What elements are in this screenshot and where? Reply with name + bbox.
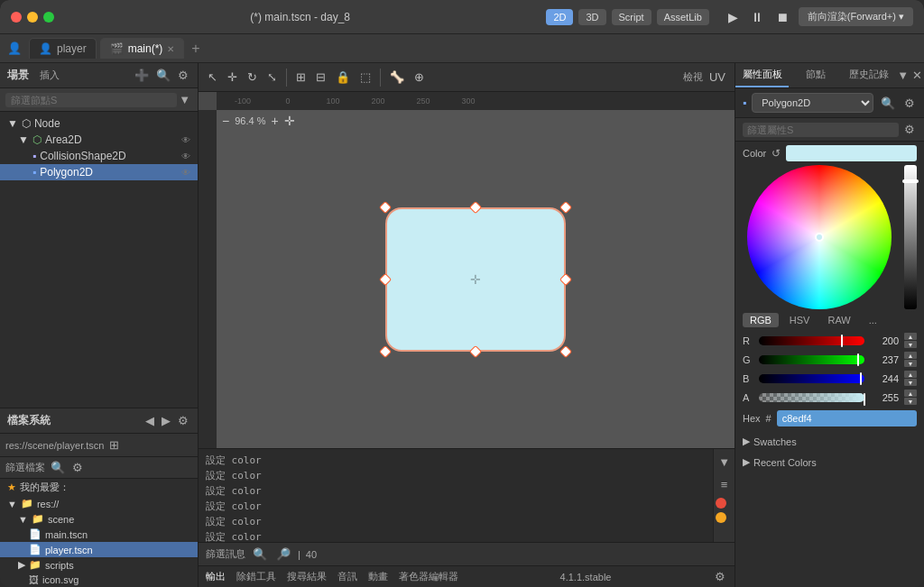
tool-snap[interactable]: ⊞ [292,69,310,86]
tool-lock[interactable]: 🔒 [332,69,354,86]
zoom-out-button[interactable]: − [222,114,229,128]
filter-messages-btn[interactable]: 🔍 [251,546,269,563]
a-decrement[interactable]: ▼ [904,398,917,405]
panel-actions-btn[interactable]: ▼ [895,63,910,87]
console-tab-0[interactable]: 輸出 [206,570,226,583]
rgb-tab[interactable]: RGB [743,313,779,327]
scene-settings-button[interactable]: ⚙ [176,67,190,84]
file-scripts-folder[interactable]: ▶ 📁 scripts [0,557,198,573]
file-res[interactable]: ▼ 📁 res:// [0,496,198,511]
tree-area2d[interactable]: ▼ ⬡ Area2D 👁 [0,132,198,148]
scene-filter-icon[interactable]: ▼ [177,91,192,108]
hex-input[interactable] [777,410,917,426]
play-button[interactable]: ▶ [724,8,743,26]
polygon-visibility-icon[interactable]: 👁 [181,168,190,178]
a-slider-container[interactable] [759,391,864,404]
b-slider-container[interactable] [759,372,864,385]
console-tab-3[interactable]: 音訊 [337,570,357,583]
brightness-strip[interactable] [904,165,917,309]
g-slider-container[interactable] [759,353,864,366]
insert-label[interactable]: 插入 [40,69,60,82]
tool-scale[interactable]: ⤡ [263,69,281,86]
node-type-settings[interactable]: ⚙ [902,95,917,112]
stop-button[interactable]: ⏹ [772,8,793,26]
scene-filter-input[interactable] [5,93,177,107]
tool-bone[interactable]: 🦴 [386,69,408,86]
console-tab-1[interactable]: 除錯工具 [236,570,276,583]
mode-3d-button[interactable]: 3D [578,9,605,25]
maximize-button[interactable] [43,12,54,23]
node-type-search[interactable]: 🔍 [879,95,897,112]
brightness-handle[interactable] [902,179,919,183]
hsv-tab[interactable]: HSV [782,313,818,327]
prop-filter-input[interactable] [743,123,899,137]
r-slider-container[interactable] [759,335,864,347]
scene-search-button[interactable]: 🔍 [154,67,172,84]
g-decrement[interactable]: ▼ [904,360,917,367]
add-node-viewport[interactable]: ✛ [284,114,295,128]
viewport[interactable]: -100 0 100 200 250 300 − 96.4 % + ✛ [199,92,735,448]
filesystem-settings[interactable]: ⚙ [176,412,190,429]
recent-colors-section[interactable]: ▶ Recent Colors [735,453,924,470]
console-zoom[interactable]: 🔎 [274,546,292,563]
filter-files-options[interactable]: ⚙ [70,459,85,476]
color-wheel[interactable] [747,165,892,309]
filter-files-icon[interactable]: 🔍 [49,459,67,476]
mode-asset-button[interactable]: AssetLib [657,9,709,25]
filesystem-nav-back[interactable]: ◀ [143,412,156,429]
add-node-button[interactable]: ➕ [133,67,151,84]
handle-top-right[interactable] [559,200,572,213]
settings-icon[interactable]: ⚙ [713,568,727,585]
mode-script-button[interactable]: Script [612,9,651,25]
file-icon-svg[interactable]: 🖼 icon.svg [0,573,198,587]
tool-uv[interactable]: UV [706,69,729,86]
color-wheel-dot[interactable] [815,233,824,242]
swatches-label[interactable]: ▶ Swatches [743,434,917,449]
mode-2d-button[interactable]: 2D [546,9,573,25]
collision-visibility-icon[interactable]: 👁 [181,151,190,161]
tool-rotate[interactable]: ↻ [244,69,261,86]
b-increment[interactable]: ▲ [904,371,917,378]
tree-node[interactable]: ▼ ⬡ Node [0,115,198,132]
a-increment[interactable]: ▲ [904,390,917,397]
console-tab-4[interactable]: 動畫 [368,570,388,583]
prop-filter-options[interactable]: ⚙ [902,121,917,138]
console-wrap-btn[interactable]: ≡ [716,475,733,494]
tab-player[interactable]: 👤 player [29,38,97,59]
console-tab-2[interactable]: 搜尋結果 [287,570,327,583]
color-reset-button[interactable]: ↺ [772,147,781,160]
file-main-tscn[interactable]: 📄 main.tscn [0,527,198,542]
file-scene-folder[interactable]: ▼ 📁 scene [0,511,198,527]
tab-properties[interactable]: 屬性面板 [735,63,789,87]
r-decrement[interactable]: ▼ [904,341,917,348]
render-mode-button[interactable]: 前向渲染(Forward+) ▾ [799,7,913,26]
tree-collision[interactable]: ▪ CollisionShape2D 👁 [0,148,198,164]
zoom-in-button[interactable]: + [271,114,278,128]
filesystem-nav-fwd[interactable]: ▶ [160,412,172,429]
tool-pivot[interactable]: ⊕ [411,69,428,86]
pause-button[interactable]: ⏸ [746,8,768,26]
shape-container[interactable]: ✛ [385,207,566,352]
tool-move[interactable]: ✛ [224,69,241,86]
tool-select[interactable]: ↖ [204,69,221,86]
raw-tab[interactable]: RAW [820,313,857,327]
console-tab-5[interactable]: 著色器編輯器 [399,570,458,583]
panel-close-btn[interactable]: ✕ [910,63,924,87]
tab-node[interactable]: 節點 [789,63,842,87]
more-tab[interactable]: ... [862,313,884,327]
close-button[interactable] [11,12,22,23]
handle-bottom-right[interactable] [559,344,572,357]
console-filter-btn[interactable]: ▼ [716,453,733,472]
minimize-button[interactable] [27,12,38,23]
tab-main[interactable]: 🎬 main(*) ✕ [100,38,185,59]
tab-main-close[interactable]: ✕ [167,44,174,54]
tab-add-button[interactable]: + [188,41,203,57]
tool-grid[interactable]: ⊟ [312,69,329,86]
tab-history[interactable]: 歷史記錄 [842,63,895,87]
area2d-visibility-icon[interactable]: 👁 [181,135,190,145]
file-player-tscn[interactable]: 📄 player.tscn [0,542,198,557]
b-decrement[interactable]: ▼ [904,379,917,386]
tree-polygon2d[interactable]: ▪ Polygon2D 👁 [0,164,198,180]
r-increment[interactable]: ▲ [904,333,917,340]
node-type-dropdown[interactable]: Polygon2D [752,93,873,113]
